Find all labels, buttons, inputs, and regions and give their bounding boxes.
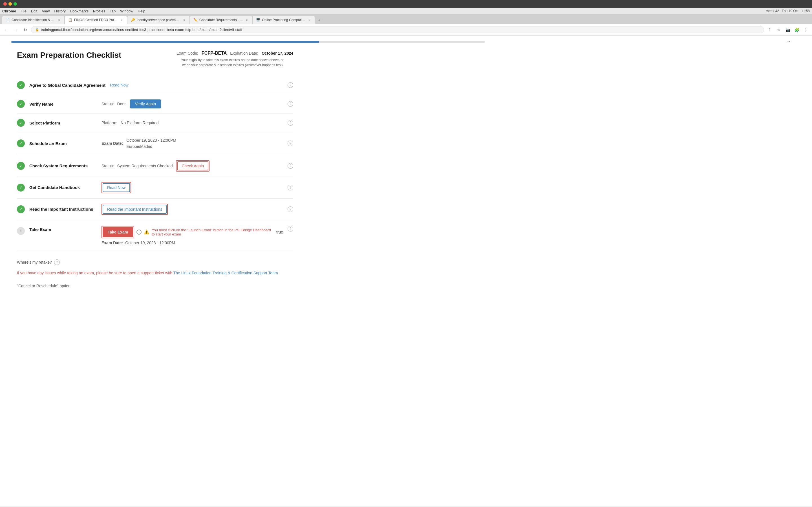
help-icon-platform[interactable]: ? <box>288 120 293 126</box>
tab-candidate-id[interactable]: 📄 Candidate Identification & Au... × <box>2 16 64 24</box>
help-icon-instructions[interactable]: ? <box>288 207 293 212</box>
new-tab-button[interactable]: + <box>315 16 323 24</box>
help-icon-sysreq[interactable]: ? <box>288 163 293 169</box>
take-exam-info-icon[interactable]: i <box>137 230 142 235</box>
help-icon-handbook[interactable]: ? <box>288 185 293 190</box>
tab-close-icon[interactable]: × <box>308 18 311 22</box>
check-icon-handbook: ✓ <box>17 184 25 191</box>
item-content-agree: Read Now <box>110 83 283 87</box>
item-label-platform: Select Platform <box>29 121 97 125</box>
menu-help[interactable]: Help <box>138 9 146 13</box>
tab-favicon: 🖥️ <box>256 18 260 22</box>
menu-history[interactable]: History <box>54 9 65 13</box>
tab-label: identityserver.apec.psiexams... <box>137 18 181 22</box>
tab-favicon: 📄 <box>6 18 10 22</box>
item-content-schedule: Exam Date: October 19, 2023 - 12:00PM Eu… <box>101 137 283 150</box>
checklist-item-schedule: ✓ Schedule an Exam Exam Date: October 19… <box>17 132 293 155</box>
maximize-button[interactable] <box>13 2 17 6</box>
item-content-verify: Status: Done Verify Again <box>101 100 283 108</box>
bookmark-icon[interactable]: ☆ <box>775 26 783 34</box>
reload-button[interactable]: ↻ <box>21 26 29 34</box>
eligibility-text: Your eligibility to take this exam expir… <box>176 57 284 68</box>
checklist-container: Exam Preparation Checklist Exam Code: FC… <box>0 45 310 299</box>
checklist-item-handbook: ✓ Get Candidate Handbook Read Now ? <box>17 177 293 199</box>
check-icon-schedule: ✓ <box>17 139 25 147</box>
toolbar-icons: ⇧ ☆ 📷 🧩 ⋮ <box>766 26 810 34</box>
menu-chrome[interactable]: Chrome <box>2 9 16 13</box>
tab-close-icon[interactable]: × <box>245 18 249 22</box>
minimize-button[interactable] <box>8 2 12 6</box>
share-icon[interactable]: ⇧ <box>766 26 774 34</box>
status-value-verify: Done <box>117 102 126 106</box>
read-now-button-handbook[interactable]: Read Now <box>103 183 130 192</box>
item-label-take-exam: Take Exam <box>29 227 97 232</box>
item-label-agree: Agree to Global Candidate Agreement <box>29 83 105 88</box>
menu-edit[interactable]: Edit <box>31 9 37 13</box>
menu-profiles[interactable]: Profiles <box>93 9 105 13</box>
item-content-sysreq: Status: System Requirements Checked Chec… <box>101 160 283 172</box>
header-row: Exam Preparation Checklist Exam Code: FC… <box>17 51 293 68</box>
help-icon-verify[interactable]: ? <box>288 101 293 107</box>
tab-close-icon[interactable]: × <box>57 18 61 22</box>
url-text: trainingportal.linuxfoundation.org/learn… <box>41 27 242 32</box>
close-button[interactable] <box>3 2 7 6</box>
screenshot-icon[interactable]: 📷 <box>784 26 792 34</box>
support-link[interactable]: The Linux Foundation Training & Certific… <box>173 271 278 275</box>
take-exam-date-row: Exam Date: October 19, 2023 - 12:00PM <box>101 240 175 245</box>
tab-identity[interactable]: 🔑 identityserver.apec.psiexams... × <box>128 16 190 24</box>
page-title: Exam Preparation Checklist <box>17 51 121 60</box>
retake-text: Where's my retake? <box>17 260 52 265</box>
read-instructions-button[interactable]: Read the Important Instructions <box>103 205 167 214</box>
forward-button[interactable]: → <box>12 26 20 34</box>
exam-date-line2: Europe/Madrid <box>126 144 176 150</box>
tab-finos[interactable]: 📋 FINOS Certified FDC3 Practi... × <box>65 16 127 24</box>
check-icon-verify: ✓ <box>17 100 25 108</box>
check-again-button[interactable]: Check Again <box>177 161 208 170</box>
retake-help-icon[interactable]: ? <box>54 260 60 265</box>
status-label-verify: Status: <box>101 102 114 106</box>
checklist-item-verify: ✓ Verify Name Status: Done Verify Again … <box>17 94 293 114</box>
extensions-icon[interactable]: 🧩 <box>793 26 801 34</box>
check-again-red-box: Check Again <box>176 160 209 172</box>
next-arrow-icon[interactable]: → <box>784 37 792 45</box>
checklist-item-agree: ✓ Agree to Global Candidate Agreement Re… <box>17 76 293 94</box>
help-icon-take-exam[interactable]: ? <box>288 226 293 231</box>
tab-proctoring[interactable]: 🖥️ Online Proctoring Compatibili... × <box>253 16 315 24</box>
status-label-sysreq: Status: <box>101 164 114 168</box>
tab-close-icon[interactable]: × <box>120 18 123 22</box>
menu-bookmarks[interactable]: Bookmarks <box>70 9 89 13</box>
platform-value: No Platform Required <box>121 121 159 125</box>
menu-tab[interactable]: Tab <box>110 9 116 13</box>
help-icon-schedule[interactable]: ? <box>288 140 293 146</box>
check-icon-agree: ✓ <box>17 81 25 89</box>
read-now-link-agree[interactable]: Read Now <box>110 83 128 87</box>
tab-close-icon[interactable]: × <box>183 18 186 22</box>
menu-icon[interactable]: ⋮ <box>802 26 810 34</box>
take-exam-date-label: Exam Date: <box>101 240 123 245</box>
back-button[interactable]: ← <box>2 26 10 34</box>
traffic-lights <box>3 2 17 6</box>
item-label-schedule: Schedule an Exam <box>29 141 97 146</box>
expiration-label: Expiration Date: <box>230 51 258 55</box>
warning-text: You must click on the "Launch Exam" butt… <box>152 228 274 236</box>
exam-code-value: FCFP-BETA <box>202 51 227 56</box>
title-bar <box>0 0 812 8</box>
item-label-sysreq: Check System Requirements <box>29 163 97 168</box>
menu-view[interactable]: View <box>42 9 50 13</box>
exam-code-label: Exam Code: <box>176 51 198 55</box>
menu-window[interactable]: Window <box>120 9 133 13</box>
tab-label: FINOS Certified FDC3 Practi... <box>74 18 118 22</box>
help-icon-agree[interactable]: ? <box>288 82 293 88</box>
read-now-red-box: Read Now <box>101 182 131 193</box>
take-exam-date-value: October 19, 2023 - 12:00PM <box>125 240 175 245</box>
tab-bar: 📄 Candidate Identification & Au... × 📋 F… <box>0 14 812 24</box>
menu-file[interactable]: File <box>20 9 27 13</box>
platform-label: Platform: <box>101 121 117 125</box>
tab-label: Candidate Requirements - T&... <box>199 18 243 22</box>
address-bar[interactable]: 🔒 trainingportal.linuxfoundation.org/lea… <box>31 26 764 33</box>
tab-candidate-req[interactable]: ✏️ Candidate Requirements - T&... × <box>190 16 252 24</box>
take-exam-button[interactable]: Take Exam <box>103 227 133 237</box>
verify-again-button[interactable]: Verify Again <box>130 100 161 108</box>
tab-favicon: 🔑 <box>131 18 135 22</box>
item-content-instructions: Read the Important Instructions <box>101 204 283 215</box>
